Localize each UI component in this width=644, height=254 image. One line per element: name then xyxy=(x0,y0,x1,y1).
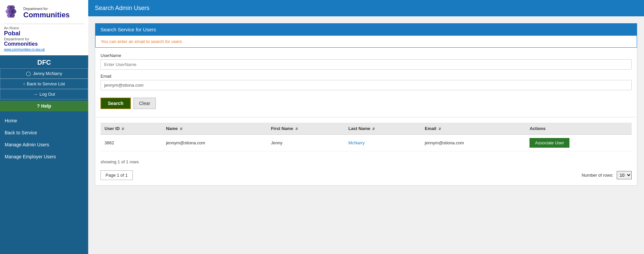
search-card-info: You can enter an email to search for use… xyxy=(95,36,637,48)
back-label: Back to Service List xyxy=(27,81,65,86)
table-row: 3862 jennym@stiona.com Jenny McNarry jen… xyxy=(101,135,632,151)
search-card-header: Search Service for Users xyxy=(95,23,637,36)
cell-user-id: 3862 xyxy=(101,135,162,151)
username-input[interactable] xyxy=(101,59,632,70)
sidebar-item-home[interactable]: Home xyxy=(0,115,88,127)
logo-communities: Communities xyxy=(23,11,70,19)
search-form: UserName Email xyxy=(95,48,637,90)
results-section: User ID ⇵ Name ⇵ First Name ⇵ xyxy=(95,117,637,185)
search-card-title: Search Service for Users xyxy=(101,27,156,32)
col-name: Name ⇵ xyxy=(162,123,267,135)
table-wrapper: User ID ⇵ Name ⇵ First Name ⇵ xyxy=(95,117,637,157)
username-label: UserName xyxy=(101,53,632,58)
help-button[interactable]: ? Help xyxy=(0,101,88,111)
page-header: Search Admin Users xyxy=(88,0,644,16)
sidebar-item-manage-employer[interactable]: Manage Employer Users xyxy=(0,151,88,163)
clear-button[interactable]: Clear xyxy=(133,98,156,109)
logout-button[interactable]: → Log Out xyxy=(0,89,88,99)
sort-icon-last-name[interactable]: ⇵ xyxy=(372,127,375,131)
page-button[interactable]: Page 1 of 1 xyxy=(101,170,133,180)
col-first-name: First Name ⇵ xyxy=(267,123,344,135)
email-input[interactable] xyxy=(101,80,632,90)
cell-actions: Associate User xyxy=(526,135,632,151)
table-footer: Page 1 of 1 Number of rows: 10 25 50 xyxy=(95,167,637,185)
logout-icon: → xyxy=(33,92,38,97)
search-card: Search Service for Users You can enter a… xyxy=(95,23,637,186)
logo-icon xyxy=(4,4,21,22)
rows-control: Number of rows: 10 25 50 xyxy=(582,171,632,179)
logo-pobal: Pobal xyxy=(4,30,20,37)
showing-text: showing 1 of 1 rows xyxy=(95,157,637,167)
logo-dept: Department for xyxy=(23,7,70,11)
page-title: Search Admin Users xyxy=(95,5,149,11)
user-label: Jenny McNarry xyxy=(33,71,62,76)
user-button[interactable]: ◯ Jenny McNarry xyxy=(0,68,88,79)
sort-icon-email[interactable]: ⇵ xyxy=(438,127,441,131)
help-label: ? Help xyxy=(37,103,51,109)
table-body: 3862 jennym@stiona.com Jenny McNarry jen… xyxy=(101,135,632,151)
button-row: Search Clear xyxy=(95,94,637,114)
search-button[interactable]: Search xyxy=(101,98,131,109)
cell-name: jennym@stiona.com xyxy=(162,135,267,151)
associate-user-button[interactable]: Associate User xyxy=(530,138,569,148)
back-icon: ‹ xyxy=(23,81,25,86)
email-group: Email xyxy=(101,74,632,90)
main-content: Search Admin Users Search Service for Us… xyxy=(88,0,644,254)
rows-per-page-select[interactable]: 10 25 50 xyxy=(617,171,632,179)
rows-label: Number of rows: xyxy=(582,173,613,178)
col-email: Email ⇵ xyxy=(421,123,526,135)
sort-icon-name[interactable]: ⇵ xyxy=(180,127,182,131)
content-area: Search Service for Users You can enter a… xyxy=(88,16,644,254)
email-label: Email xyxy=(101,74,632,79)
back-to-service-list-button[interactable]: ‹ Back to Service List xyxy=(0,79,88,89)
logout-label: Log Out xyxy=(40,92,55,97)
sidebar-org: DFC xyxy=(0,55,88,68)
logo-commonities: Commonities xyxy=(4,41,38,47)
cell-last-name: McNarry xyxy=(344,135,421,151)
sidebar-item-back-to-service[interactable]: Back to Service xyxy=(0,127,88,139)
sort-icon-first-name[interactable]: ⇵ xyxy=(295,127,298,131)
col-actions: Actions xyxy=(526,123,632,135)
logo-an-roinn: An Roinn xyxy=(4,26,19,30)
logo-text: Department for Communities xyxy=(23,7,70,19)
info-text: You can enter an email to search for use… xyxy=(101,39,182,44)
logo-dept-fur: Depairtment fur xyxy=(4,37,29,41)
results-table: User ID ⇵ Name ⇵ First Name ⇵ xyxy=(101,123,632,151)
logo-url: www.communities-ni.gov.uk xyxy=(4,48,45,51)
cell-first-name: Jenny xyxy=(267,135,344,151)
username-group: UserName xyxy=(101,53,632,70)
cell-email: jennym@stiona.com xyxy=(421,135,526,151)
sidebar-item-manage-admin[interactable]: Manage Admin Users xyxy=(0,139,88,151)
sidebar-logo: Department for Communities An Roinn Poba… xyxy=(0,0,88,55)
user-icon: ◯ xyxy=(26,71,31,76)
sidebar: Department for Communities An Roinn Poba… xyxy=(0,0,88,254)
col-last-name: Last Name ⇵ xyxy=(344,123,421,135)
sort-icon-user-id[interactable]: ⇵ xyxy=(121,127,124,131)
table-head: User ID ⇵ Name ⇵ First Name ⇵ xyxy=(101,123,632,135)
sidebar-nav: Home Back to Service Manage Admin Users … xyxy=(0,111,88,254)
col-user-id: User ID ⇵ xyxy=(101,123,162,135)
